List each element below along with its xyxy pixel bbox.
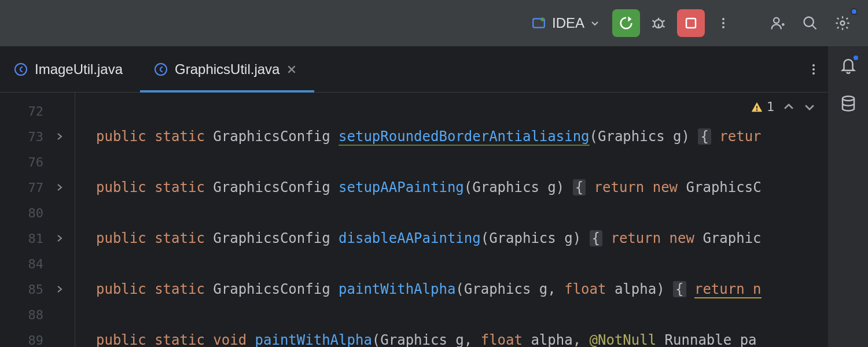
fold-expand-icon[interactable] <box>55 285 64 294</box>
svg-point-8 <box>804 17 814 27</box>
code-line <box>75 251 827 276</box>
code-line <box>75 200 827 226</box>
svg-point-1 <box>540 17 545 21</box>
svg-point-4 <box>722 18 724 20</box>
warning-indicator[interactable]: 1 <box>751 99 774 114</box>
svg-point-7 <box>774 18 779 23</box>
java-class-icon <box>154 62 168 76</box>
tab-imageutil[interactable]: ImageUtil.java <box>0 46 140 92</box>
next-highlight-icon[interactable] <box>803 101 816 113</box>
code-line: public static void paintWithAlpha(Graphi… <box>75 327 827 347</box>
inspections-widget[interactable]: 1 <box>751 99 816 114</box>
gutter-line: 84 <box>0 251 75 276</box>
svg-point-16 <box>843 97 854 101</box>
stop-button[interactable] <box>677 9 705 37</box>
svg-point-14 <box>812 72 815 75</box>
notifications-button[interactable] <box>840 57 857 74</box>
application-icon <box>531 16 546 31</box>
stop-icon <box>684 16 698 30</box>
close-icon[interactable] <box>286 64 297 75</box>
svg-rect-3 <box>686 19 696 28</box>
warning-count: 1 <box>767 99 774 114</box>
settings-button[interactable] <box>829 9 856 37</box>
gutter-line: 77 <box>0 175 75 200</box>
editor-tabs: ImageUtil.java GraphicsUtil.java <box>0 46 827 93</box>
search-icon <box>802 15 818 31</box>
code-line: public static GraphicsConfig paintWithAl… <box>75 276 827 302</box>
run-config-label: IDEA <box>552 15 584 31</box>
settings-update-dot <box>851 8 858 15</box>
search-everywhere-button[interactable] <box>796 9 824 37</box>
tabs-more-button[interactable] <box>800 46 827 92</box>
tab-label: GraphicsUtil.java <box>175 61 279 77</box>
database-tool-button[interactable] <box>840 95 857 112</box>
main-content: ImageUtil.java GraphicsUtil.java <box>0 46 868 347</box>
code-line: public static GraphicsConfig setupAAPain… <box>75 175 827 200</box>
gutter-line: 85 <box>0 276 75 302</box>
code-with-me-button[interactable] <box>764 9 792 37</box>
svg-point-9 <box>841 21 845 25</box>
code-line: public static GraphicsConfig disableAAPa… <box>75 226 827 251</box>
svg-point-13 <box>812 68 815 71</box>
gutter-line: 72 <box>0 98 75 124</box>
svg-point-6 <box>722 26 724 28</box>
gear-icon <box>834 15 851 31</box>
bug-icon <box>650 15 667 31</box>
gutter-line: 89 <box>0 327 75 347</box>
tab-label: ImageUtil.java <box>35 61 123 77</box>
right-tool-sidebar <box>827 46 868 347</box>
more-vertical-icon <box>807 62 821 76</box>
code-line <box>75 98 827 124</box>
svg-point-12 <box>812 64 815 67</box>
fold-expand-icon[interactable] <box>55 234 64 243</box>
editor-column: ImageUtil.java GraphicsUtil.java <box>0 46 827 347</box>
notification-dot <box>852 54 859 61</box>
more-actions-button[interactable] <box>709 9 737 37</box>
svg-point-5 <box>722 22 724 24</box>
main-toolbar: IDEA <box>0 0 868 46</box>
gutter-line: 81 <box>0 226 75 251</box>
add-user-icon <box>770 15 786 31</box>
gutter-line: 76 <box>0 149 75 175</box>
run-config-selector[interactable]: IDEA <box>523 10 608 36</box>
gutter-line: 80 <box>0 200 75 226</box>
code-editor[interactable]: 72 73 76 77 80 81 84 85 88 89 1 <box>0 93 827 347</box>
code-line: public static GraphicsConfig setupRounde… <box>75 124 827 149</box>
run-rerun-icon <box>618 15 634 31</box>
code-viewport: 1 public static GraphicsConfig setupRoun… <box>75 93 827 347</box>
code-line <box>75 149 827 175</box>
tab-graphicsutil[interactable]: GraphicsUtil.java <box>140 46 314 92</box>
fold-expand-icon[interactable] <box>55 132 64 141</box>
gutter: 72 73 76 77 80 81 84 85 88 89 <box>0 93 75 347</box>
debug-button[interactable] <box>645 9 672 37</box>
prev-highlight-icon[interactable] <box>782 101 795 113</box>
code-line <box>75 302 827 327</box>
database-icon <box>840 95 857 112</box>
fold-expand-icon[interactable] <box>55 183 64 192</box>
warning-icon <box>751 101 763 113</box>
gutter-line: 73 <box>0 124 75 149</box>
java-class-icon <box>14 62 28 76</box>
more-vertical-icon <box>716 16 730 30</box>
svg-point-15 <box>756 109 757 111</box>
run-button[interactable] <box>612 9 640 37</box>
gutter-line: 88 <box>0 302 75 327</box>
chevron-down-icon <box>590 19 599 28</box>
